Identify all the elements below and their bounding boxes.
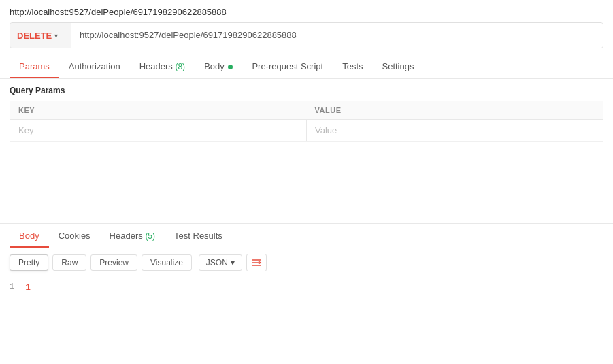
preview-button[interactable]: Preview [90,254,137,271]
tab-params[interactable]: Params [10,54,59,78]
line-content-1: 1 [25,282,31,293]
json-type-selector[interactable]: JSON ▾ [199,254,242,271]
table-row: Key Value [10,120,603,142]
line-number-1: 1 [10,282,14,293]
wrap-button[interactable] [246,254,267,271]
params-section: Query Params KEY VALUE Key Value [0,79,613,142]
key-cell[interactable]: Key [10,120,307,142]
request-row: DELETE ▾ http://localhost:9527/delPeople… [10,22,603,48]
url-display: http://localhost:9527/delPeople/69171982… [10,7,227,17]
tab-headers[interactable]: Headers (8) [130,54,195,78]
tab-cookies[interactable]: Cookies [49,224,100,248]
tab-tests[interactable]: Tests [333,54,372,78]
query-params-label: Query Params [10,79,603,101]
json-chevron-icon: ▾ [231,258,235,267]
tab-response-headers[interactable]: Headers (5) [100,224,165,248]
code-area: 1 1 [0,277,613,298]
wrap-icon [251,258,262,267]
value-column-header: VALUE [307,101,603,120]
value-cell[interactable]: Value [307,120,603,142]
raw-button[interactable]: Raw [52,254,86,271]
code-lines: 1 1 [10,282,603,293]
tab-body[interactable]: Body [195,54,242,78]
response-headers-badge: (5) [145,231,155,241]
pretty-button[interactable]: Pretty [10,254,48,271]
method-label: DELETE [17,31,52,41]
tab-test-results[interactable]: Test Results [165,224,232,248]
visualize-button[interactable]: Visualize [142,254,192,271]
headers-badge: (8) [175,62,185,71]
tab-settings[interactable]: Settings [373,54,424,78]
url-input[interactable]: http://localhost:9527/delPeople/69171982… [71,23,603,48]
response-tabs: Body Cookies Headers (5) Test Results [0,224,613,248]
tab-response-body[interactable]: Body [10,224,49,248]
url-bar-section: http://localhost:9527/delPeople/69171982… [0,0,613,54]
key-column-header: KEY [10,101,307,120]
body-dot [228,65,233,69]
format-toolbar: Pretty Raw Preview Visualize JSON ▾ [0,248,613,277]
request-tabs: Params Authorization Headers (8) Body Pr… [0,54,613,79]
params-table: KEY VALUE Key Value [10,101,603,142]
tab-authorization[interactable]: Authorization [59,54,130,78]
tab-pre-request[interactable]: Pre-request Script [242,54,333,78]
json-label: JSON [206,258,228,267]
chevron-down-icon: ▾ [54,32,58,39]
method-selector[interactable]: DELETE ▾ [10,23,71,48]
